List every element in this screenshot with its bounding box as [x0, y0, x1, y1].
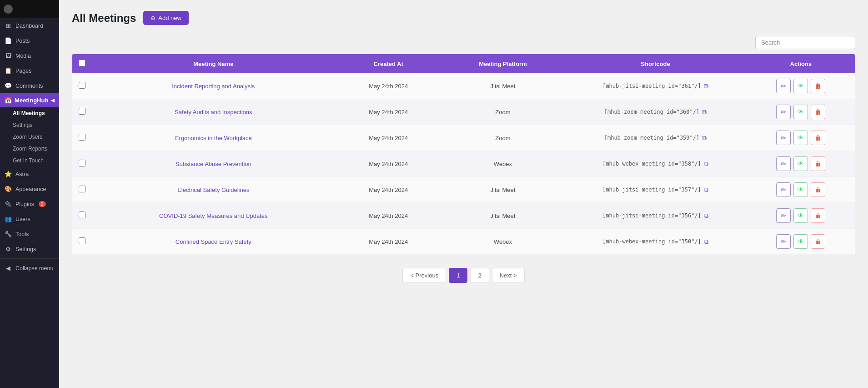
copy-shortcode-button[interactable]: ⧉ — [704, 160, 708, 168]
select-all-header[interactable] — [72, 54, 92, 73]
sidebar-item-label: Dashboard — [15, 23, 43, 29]
table-row: Ergonomics in the Workplace May 24th 202… — [72, 125, 855, 151]
sidebar-sub-item-settings[interactable]: Settings — [0, 119, 59, 131]
view-button[interactable]: 👁 — [793, 131, 808, 145]
meeting-name-link[interactable]: Ergonomics in the Workplace — [175, 135, 252, 141]
delete-button[interactable]: 🗑 — [811, 105, 825, 119]
meeting-name-link[interactable]: COVID-19 Safety Measures and Updates — [159, 212, 267, 219]
sidebar-sub-item-get-in-touch[interactable]: Get In Touch — [0, 155, 59, 166]
sidebar-item-label: Media — [15, 53, 31, 59]
sidebar-item-tools[interactable]: 🔧 Tools — [0, 227, 59, 242]
sidebar-item-posts[interactable]: 📄 Posts — [0, 33, 59, 48]
copy-shortcode-button[interactable]: ⧉ — [704, 186, 708, 194]
meeting-name-cell: Confined Space Entry Safety — [92, 229, 335, 255]
edit-button[interactable]: ✏ — [776, 79, 791, 93]
row-checkbox[interactable] — [79, 160, 85, 166]
delete-button[interactable]: 🗑 — [811, 234, 825, 249]
platform-cell: Jitsi Meet — [442, 203, 564, 229]
sidebar-item-label: Comments — [15, 83, 43, 89]
sidebar-item-users[interactable]: 👥 Users — [0, 212, 59, 227]
meeting-name-cell: Incident Reporting and Analysis — [92, 73, 335, 99]
delete-button[interactable]: 🗑 — [811, 131, 825, 145]
shortcode-cell: [mhub-zoom-meeting id="359"/] ⧉ — [564, 125, 747, 151]
row-checkbox[interactable] — [79, 108, 85, 115]
sidebar-item-meetinghub[interactable]: 📅 MeetingHub ◀ — [0, 93, 59, 107]
row-checkbox[interactable] — [79, 212, 85, 218]
page-2-button[interactable]: 2 — [470, 268, 489, 283]
shortcode-cell: [mhub-webex-meeting id="350"/] ⧉ — [564, 229, 747, 255]
view-button[interactable]: 👁 — [793, 105, 808, 119]
row-checkbox-cell[interactable] — [72, 125, 92, 151]
sidebar-sub-item-zoom-users[interactable]: Zoom Users — [0, 131, 59, 143]
next-button[interactable]: Next > — [492, 268, 525, 283]
copy-shortcode-button[interactable]: ⧉ — [702, 134, 707, 142]
view-button[interactable]: 👁 — [793, 234, 808, 249]
users-icon: 👥 — [5, 216, 12, 222]
delete-button[interactable]: 🗑 — [811, 208, 825, 223]
row-checkbox-cell[interactable] — [72, 73, 92, 99]
view-button[interactable]: 👁 — [793, 79, 808, 93]
mh-settings-label: Settings — [13, 122, 32, 128]
shortcode-cell: [mhub-webex-meeting id="358"/] ⧉ — [564, 151, 747, 177]
row-checkbox-cell[interactable] — [72, 151, 92, 177]
search-input[interactable] — [755, 36, 855, 49]
delete-button[interactable]: 🗑 — [811, 156, 825, 171]
edit-button[interactable]: ✏ — [776, 105, 791, 119]
edit-button[interactable]: ✏ — [776, 234, 791, 249]
row-checkbox-cell[interactable] — [72, 229, 92, 255]
page-1-button[interactable]: 1 — [449, 268, 467, 283]
sidebar-item-astra[interactable]: ⭐ Astra — [0, 166, 59, 181]
created-at-cell: May 24th 2024 — [335, 177, 442, 203]
copy-shortcode-button[interactable]: ⧉ — [704, 82, 708, 90]
row-checkbox-cell[interactable] — [72, 203, 92, 229]
view-button[interactable]: 👁 — [793, 156, 808, 171]
sidebar-item-pages[interactable]: 📋 Pages — [0, 63, 59, 78]
meeting-name-link[interactable]: Confined Space Entry Safety — [176, 238, 251, 245]
row-checkbox[interactable] — [79, 134, 85, 141]
platform-cell: Jitsi Meet — [442, 73, 564, 99]
collapse-menu-button[interactable]: ◀ Collapse menu — [0, 261, 59, 276]
sidebar-item-media[interactable]: 🖼 Media — [0, 48, 59, 63]
delete-button[interactable]: 🗑 — [811, 79, 825, 93]
comments-icon: 💬 — [5, 82, 12, 89]
actions-cell: ✏ 👁 🗑 — [747, 203, 855, 229]
view-button[interactable]: 👁 — [793, 182, 808, 197]
view-button[interactable]: 👁 — [793, 208, 808, 223]
table-row: Electrical Safety Guidelines May 24th 20… — [72, 177, 855, 203]
sidebar-item-plugins[interactable]: 🔌 Plugins 2 — [0, 197, 59, 212]
row-checkbox-cell[interactable] — [72, 177, 92, 203]
sidebar-item-appearance[interactable]: 🎨 Appearance — [0, 181, 59, 197]
shortcode-cell: [mhub-zoom-meeting id="360"/] ⧉ — [564, 99, 747, 125]
sidebar-sub-item-zoom-reports[interactable]: Zoom Reports — [0, 143, 59, 155]
platform-cell: Jitsi Meet — [442, 177, 564, 203]
meeting-name-link[interactable]: Substance Abuse Prevention — [176, 161, 251, 167]
copy-shortcode-button[interactable]: ⧉ — [704, 212, 708, 220]
row-checkbox[interactable] — [79, 82, 85, 89]
row-checkbox-cell[interactable] — [72, 99, 92, 125]
sidebar-sub-item-all-meetings[interactable]: All Meetings — [0, 107, 59, 119]
get-in-touch-label: Get In Touch — [13, 157, 44, 164]
meeting-name-link[interactable]: Safety Audits and Inspections — [175, 109, 252, 116]
meeting-name-link[interactable]: Electrical Safety Guidelines — [177, 186, 249, 193]
edit-button[interactable]: ✏ — [776, 182, 791, 197]
sidebar: ⊞ Dashboard 📄 Posts 🖼 Media 📋 Pages 💬 Co… — [0, 0, 59, 388]
copy-shortcode-button[interactable]: ⧉ — [702, 108, 707, 116]
select-all-checkbox[interactable] — [79, 60, 85, 66]
sidebar-item-settings[interactable]: ⚙ Settings — [0, 242, 59, 257]
sidebar-item-label: Settings — [15, 246, 36, 252]
meeting-name-link[interactable]: Incident Reporting and Analysis — [172, 83, 255, 90]
sidebar-item-dashboard[interactable]: ⊞ Dashboard — [0, 18, 59, 33]
created-at-cell: May 24th 2024 — [335, 203, 442, 229]
delete-button[interactable]: 🗑 — [811, 182, 825, 197]
row-checkbox[interactable] — [79, 237, 85, 244]
main-content: All Meetings ⊕ Add new Meeting Name Crea… — [59, 0, 868, 388]
add-new-button[interactable]: ⊕ Add new — [143, 11, 189, 25]
edit-button[interactable]: ✏ — [776, 156, 791, 171]
meeting-name-cell: Safety Audits and Inspections — [92, 99, 335, 125]
previous-button[interactable]: < Previous — [402, 268, 446, 283]
sidebar-item-comments[interactable]: 💬 Comments — [0, 78, 59, 93]
copy-shortcode-button[interactable]: ⧉ — [704, 238, 708, 246]
row-checkbox[interactable] — [79, 186, 85, 192]
edit-button[interactable]: ✏ — [776, 208, 791, 223]
edit-button[interactable]: ✏ — [776, 131, 791, 145]
